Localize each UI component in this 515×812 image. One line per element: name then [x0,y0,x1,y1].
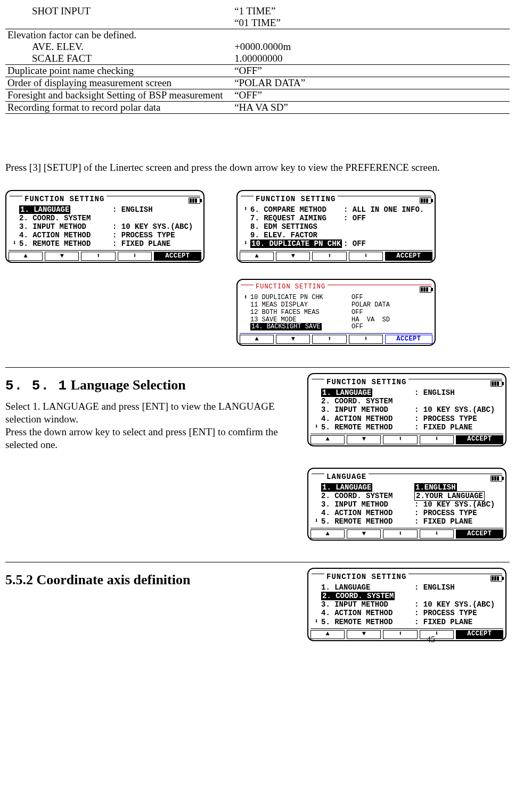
fkey-accept-button[interactable]: ACCEPT [154,252,201,261]
fkey-pagedown-icon[interactable]: ⬇ [420,435,454,444]
cell: “OFF” [234,65,262,76]
screen-footer: ▲▼⬆⬇ACCEPT [9,250,201,261]
battery-icon [491,380,502,387]
screen-row: 4. ACTION METHOD: PROCESS TYPE [312,609,502,617]
fkey-down-icon[interactable]: ▼ [276,252,310,261]
screen-row: ⬇5. REMOTE METHOD: FIXED PLANE [312,423,502,432]
scroll-icon: ⬇ [241,240,250,247]
screen-row: 4. ACTION METHOD: PROCESS TYPE [312,509,502,517]
section-552-heading: 5.5.2 Coordinate axis definition [5,572,297,588]
screen-row: 1. LANGUAGE1.ENGLISH [312,483,502,492]
cell: Elevation factor can be defined. [7,29,136,40]
fkey-down-icon[interactable]: ▼ [276,335,310,344]
scroll-icon: ⬇ [312,618,321,626]
scroll-icon: ⬆ [241,206,250,213]
screen-row: 13 SAVE MODEHA VA SD [241,317,431,324]
fkey-pagedown-icon[interactable]: ⬇ [349,252,383,261]
screen-row: ⬇10. DUPLICATE PN CHK: OFF [241,239,431,248]
fkey-accept-button[interactable]: ACCEPT [385,335,432,344]
screen-row: 9. ELEV. FACTOR [241,231,431,239]
fkey-pagedown-icon[interactable]: ⬇ [349,335,383,344]
screen-row: 14. BACKSIGHT SAVEOFF [241,324,431,331]
screen-row: 3. INPUT METHOD: 10 KEY SYS.(ABC) [312,405,502,414]
fkey-accept-button[interactable]: ACCEPT [456,529,503,538]
fkey-up-icon[interactable]: ▲ [310,630,345,639]
section-551-body: Select 1. LANGUAGE and press [ENT] to vi… [5,400,297,451]
screen-row: 7. REQUEST AIMING: OFF [241,214,431,222]
cell: SHOT INPUT [32,5,91,16]
fkey-down-icon[interactable]: ▼ [347,630,381,639]
screen-title: FUNCTION SETTING [254,195,338,203]
screen-title: FUNCTION SETTING [254,284,328,291]
screen-title: FUNCTION SETTING [324,378,408,386]
screen-function-setting-2: FUNCTION SETTING⬆6. COMPARE METHOD: ALL … [236,190,436,263]
screen-row: 1. LANGUAGE: ENGLISH [312,583,502,592]
screen-row: 11 MEAS DISPLAYPOLAR DATA [241,302,431,309]
scroll-icon: ⬆ [241,294,250,302]
screens-row: FUNCTION SETTING1. LANGUAGE: ENGLISH2. C… [5,190,510,346]
fkey-up-icon[interactable]: ▲ [310,435,345,444]
battery-icon [189,197,200,204]
screen-row: 3. INPUT METHOD: 10 KEY SYS.(ABC) [10,222,200,231]
screen-row: ⬇5. REMOTE METHOD: FIXED PLANE [10,239,200,248]
screen-row: ⬇5. REMOTE METHOD: FIXED PLANE [312,618,502,626]
fkey-pageup-icon[interactable]: ⬆ [312,252,346,261]
scroll-icon: ⬇ [312,424,321,431]
screen-title: FUNCTION SETTING [22,195,107,203]
fkey-up-icon[interactable]: ▲ [240,335,274,344]
fkey-down-icon[interactable]: ▼ [347,435,381,444]
separator [5,562,510,562]
fkey-up-icon[interactable]: ▲ [240,252,274,261]
fkey-pageup-icon[interactable]: ⬆ [312,335,346,344]
screen-title: LANGUAGE [324,473,369,481]
cell: Duplicate point name checking [7,65,134,76]
page-number: 45 [427,635,435,644]
screen-row: 1. LANGUAGE: ENGLISH [10,205,200,214]
screen-row: 2. COORD. SYSTEM [312,397,502,405]
cell: “POLAR DATA” [234,77,305,88]
fkey-pageup-icon[interactable]: ⬆ [383,630,417,639]
cell: “1 TIME” [234,5,275,16]
fkey-down-icon[interactable]: ▼ [45,252,79,261]
fkey-down-icon[interactable]: ▼ [347,529,381,538]
screen-footer: ▲▼⬆⬇ACCEPT [310,628,503,639]
fkey-pagedown-icon[interactable]: ⬇ [420,630,454,639]
screen-function-setting-1b: FUNCTION SETTING1. LANGUAGE: ENGLISH2. C… [307,373,506,446]
screen-row: 3. INPUT METHOD: 10 KEY SYS.(ABC) [312,600,502,609]
cell: Recording format to record polar data [7,102,161,113]
fkey-up-icon[interactable]: ▲ [9,252,43,261]
screen-row: 2. COORD. SYSTEM [312,592,502,600]
separator [5,367,510,368]
fkey-pageup-icon[interactable]: ⬆ [383,435,417,444]
screen-row: 3. INPUT METHOD: 10 KEY SYS.(ABC) [312,500,502,509]
battery-icon [491,575,502,582]
screen-row: 2. COORD. SYSTEM [10,214,200,222]
scroll-icon: ⬇ [10,240,19,247]
screen-footer: ▲▼⬆⬇ACCEPT [240,250,432,261]
fkey-up-icon[interactable]: ▲ [310,529,345,538]
screen-footer: ▲▼⬆⬇ACCEPT [310,528,503,538]
battery-icon [420,286,431,293]
fkey-pageup-icon[interactable]: ⬆ [383,529,417,538]
fkey-pagedown-icon[interactable]: ⬇ [420,529,454,538]
scroll-icon: ⬇ [312,518,321,525]
battery-icon [491,475,502,482]
fkey-accept-button[interactable]: ACCEPT [385,252,432,261]
cell: “01 TIME” [234,17,281,28]
screen-row: 4. ACTION METHOD: PROCESS TYPE [312,415,502,423]
section-551-heading: 5. 5. 1 Language Selection [5,377,297,394]
fkey-accept-button[interactable]: ACCEPT [456,435,503,444]
fkey-accept-button[interactable]: ACCEPT [456,630,503,639]
settings-table: SHOT INPUT “1 TIME” “01 TIME” Elevation … [5,5,510,114]
screen-footer: ▲▼⬆⬇ACCEPT [310,434,503,444]
cell: “OFF” [234,89,262,101]
instruction-paragraph: Press [3] [SETUP] of the Linertec screen… [5,162,510,174]
cell: Order of displaying measurement screen [7,77,171,88]
screen-row: 12 BOTH FACES MEASOFF [241,309,431,317]
cell: AVE. ELEV. [32,41,84,52]
fkey-pageup-icon[interactable]: ⬆ [81,252,115,261]
screen-row: ⬇5. REMOTE METHOD: FIXED PLANE [312,517,502,526]
screen-row: ⬆10 DUPLICATE PN CHKOFF [241,294,431,302]
screen-function-setting-1: FUNCTION SETTING1. LANGUAGE: ENGLISH2. C… [5,190,205,263]
fkey-pagedown-icon[interactable]: ⬇ [118,252,152,261]
